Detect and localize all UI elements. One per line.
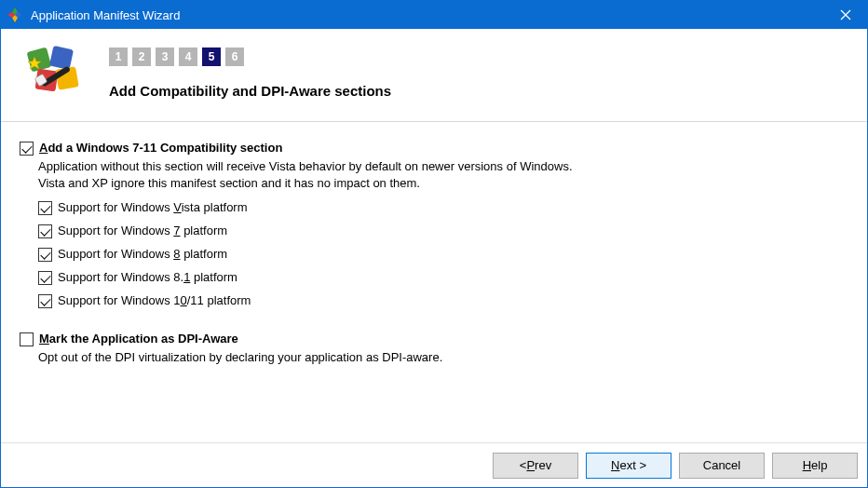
- next-button[interactable]: Next >: [586, 453, 671, 479]
- cancel-button[interactable]: Cancel: [679, 453, 765, 479]
- dpi-section-row: Mark the Application as DPI-Aware: [20, 332, 848, 346]
- compat-platform-checkbox[interactable]: [38, 294, 52, 308]
- compat-platform-label[interactable]: Support for Windows 8 platform: [58, 247, 227, 261]
- compat-platform-label[interactable]: Support for Windows 8.1 platform: [58, 270, 237, 284]
- wizard-step-1: 1: [109, 47, 128, 66]
- compat-platform-row: Support for Windows 10/11 platform: [38, 293, 848, 307]
- help-button[interactable]: Help: [772, 453, 858, 479]
- dpi-checkbox[interactable]: [20, 332, 34, 346]
- compat-platform-checkbox[interactable]: [38, 271, 52, 285]
- compat-platform-row: Support for Windows Vista platform: [38, 200, 848, 214]
- wizard-header: 123456 Add Compatibility and DPI-Aware s…: [1, 29, 867, 122]
- compat-platform-row: Support for Windows 8.1 platform: [38, 270, 848, 284]
- compat-section-row: Add a Windows 7-11 Compatibility section: [20, 141, 848, 155]
- footer: < Prev Next > Cancel Help: [1, 442, 867, 487]
- compat-platform-checkbox[interactable]: [38, 224, 52, 238]
- compat-platform-row: Support for Windows 7 platform: [38, 224, 848, 237]
- titlebar: Application Manifest Wizard: [1, 1, 867, 29]
- wizard-step-2: 2: [132, 47, 151, 66]
- page-title: Add Compatibility and DPI-Aware sections: [109, 83, 850, 99]
- wizard-step-6: 6: [225, 47, 244, 66]
- wizard-step-5: 5: [202, 47, 221, 66]
- compat-checkbox[interactable]: [20, 142, 34, 156]
- compat-label[interactable]: Add a Windows 7-11 Compatibility section: [39, 141, 282, 155]
- compat-platform-row: Support for Windows 8 platform: [38, 247, 848, 261]
- content-area: Add a Windows 7-11 Compatibility section…: [1, 122, 867, 442]
- dpi-label[interactable]: Mark the Application as DPI-Aware: [39, 332, 238, 346]
- wizard-step-3: 3: [156, 47, 174, 66]
- close-button[interactable]: [824, 1, 867, 29]
- compat-platform-list: Support for Windows Vista platformSuppor…: [38, 200, 848, 307]
- wizard-steps: 123456: [109, 47, 850, 66]
- wizard-step-4: 4: [179, 47, 197, 66]
- prev-button[interactable]: < Prev: [493, 453, 578, 479]
- compat-platform-label[interactable]: Support for Windows 7 platform: [58, 224, 227, 237]
- compat-description: Application without this section will re…: [38, 158, 848, 191]
- compat-platform-checkbox[interactable]: [38, 201, 52, 215]
- window-title: Application Manifest Wizard: [31, 8, 824, 22]
- app-icon: [7, 7, 23, 23]
- dpi-description: Opt out of the DPI virtualization by dec…: [38, 349, 848, 366]
- compat-platform-checkbox[interactable]: [38, 248, 52, 262]
- svg-rect-7: [49, 46, 74, 70]
- wizard-icon: [27, 46, 83, 98]
- compat-platform-label[interactable]: Support for Windows Vista platform: [58, 200, 248, 214]
- compat-platform-label[interactable]: Support for Windows 10/11 platform: [58, 293, 251, 307]
